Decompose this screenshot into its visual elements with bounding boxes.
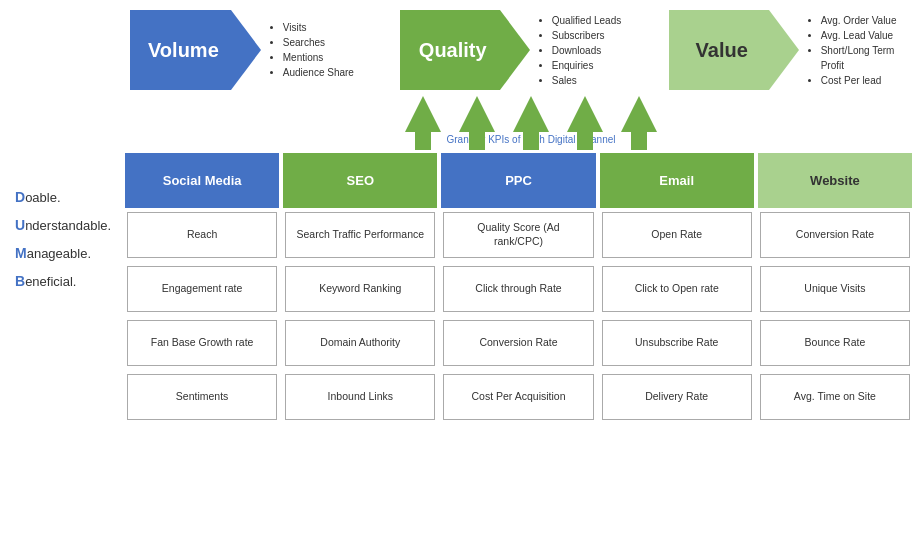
top-arrows-section: Volume Visits Searches Mentions Audience…	[10, 10, 912, 90]
website-kpi-3: Bounce Rate	[760, 320, 910, 366]
volume-bullet-4: Audience Share	[283, 65, 371, 80]
quality-bullet-1: Qualified Leads	[552, 13, 640, 28]
social-kpi-4: Sentiments	[127, 374, 277, 420]
up-arrow-1	[405, 96, 441, 132]
up-arrow-3	[513, 96, 549, 132]
main-container: Volume Visits Searches Mentions Audience…	[0, 0, 922, 541]
dumb-b-rest: eneficial.	[25, 274, 76, 289]
seo-header: SEO	[283, 153, 437, 208]
ppc-kpi-1: Quality Score (Ad rank/CPC)	[443, 212, 593, 258]
dumb-d-rest: oable.	[25, 190, 60, 205]
social-kpi-3: Fan Base Growth rate	[127, 320, 277, 366]
ppc-kpi-3: Conversion Rate	[443, 320, 593, 366]
email-kpi-1: Open Rate	[602, 212, 752, 258]
dumb-d: D	[15, 189, 25, 205]
website-kpi-1: Conversion Rate	[760, 212, 910, 258]
up-arrow-4	[567, 96, 603, 132]
up-arrows	[10, 96, 912, 132]
website-header: Website	[758, 153, 912, 208]
value-bullets: Avg. Order Value Avg. Lead Value Short/L…	[809, 13, 912, 88]
dumb-b-line: Beneficial.	[15, 267, 125, 295]
email-kpi-4: Delivery Rate	[602, 374, 752, 420]
quality-bullet-3: Downloads	[552, 43, 640, 58]
email-kpi-3: Unsubscribe Rate	[602, 320, 752, 366]
dumb-u-rest: nderstandable.	[25, 218, 111, 233]
value-bullet-4: Cost Per lead	[821, 73, 912, 88]
seo-kpi-3: Domain Authority	[285, 320, 435, 366]
email-kpi-2: Click to Open rate	[602, 266, 752, 312]
dumb-m-line: Manageable.	[15, 239, 125, 267]
dumb-panel: Doable. Understandable. Manageable. Bene…	[10, 153, 125, 424]
quality-bullets: Qualified Leads Subscribers Downloads En…	[540, 13, 640, 88]
value-bullet-3: Short/Long Term Profit	[821, 43, 912, 73]
dumb-text: Doable. Understandable. Manageable. Bene…	[15, 183, 125, 295]
volume-bullets: Visits Searches Mentions Audience Share	[271, 20, 371, 80]
dumb-m: M	[15, 245, 27, 261]
quality-bullet-5: Sales	[552, 73, 640, 88]
social-media-header: Social Media	[125, 153, 279, 208]
main-content: Doable. Understandable. Manageable. Bene…	[10, 153, 912, 424]
channel-email: Email Open Rate Click to Open rate Unsub…	[600, 153, 754, 424]
website-kpi-4: Avg. Time on Site	[760, 374, 910, 420]
volume-arrow: Volume Visits Searches Mentions Audience…	[130, 10, 371, 90]
quality-bullet-2: Subscribers	[552, 28, 640, 43]
social-kpi-1: Reach	[127, 212, 277, 258]
kpi-label: Granular KPIs of each Digital Channel	[10, 134, 912, 145]
volume-bullet-3: Mentions	[283, 50, 371, 65]
dumb-m-rest: anageable.	[27, 246, 91, 261]
dumb-u: U	[15, 217, 25, 233]
volume-label: Volume	[148, 39, 219, 62]
quality-arrow: Quality Qualified Leads Subscribers Down…	[400, 10, 640, 90]
ppc-header: PPC	[441, 153, 595, 208]
channel-ppc: PPC Quality Score (Ad rank/CPC) Click th…	[441, 153, 595, 424]
up-arrow-2	[459, 96, 495, 132]
channels-section: Social Media Reach Engagement rate Fan B…	[125, 153, 912, 424]
volume-bullet-1: Visits	[283, 20, 371, 35]
channel-website: Website Conversion Rate Unique Visits Bo…	[758, 153, 912, 424]
seo-kpi-4: Inbound Links	[285, 374, 435, 420]
volume-bullet-2: Searches	[283, 35, 371, 50]
value-bullet-2: Avg. Lead Value	[821, 28, 912, 43]
dumb-d-line: Doable.	[15, 183, 125, 211]
channel-social-media: Social Media Reach Engagement rate Fan B…	[125, 153, 279, 424]
up-arrow-5	[621, 96, 657, 132]
website-kpi-2: Unique Visits	[760, 266, 910, 312]
email-header: Email	[600, 153, 754, 208]
quality-bullet-4: Enquiries	[552, 58, 640, 73]
ppc-kpi-2: Click through Rate	[443, 266, 593, 312]
seo-kpi-2: Keyword Ranking	[285, 266, 435, 312]
value-label: Value	[687, 39, 757, 62]
seo-kpi-1: Search Traffic Performance	[285, 212, 435, 258]
social-kpi-2: Engagement rate	[127, 266, 277, 312]
dumb-u-line: Understandable.	[15, 211, 125, 239]
channel-seo: SEO Search Traffic Performance Keyword R…	[283, 153, 437, 424]
ppc-kpi-4: Cost Per Acquisition	[443, 374, 593, 420]
value-bullet-1: Avg. Order Value	[821, 13, 912, 28]
value-arrow: Value Avg. Order Value Avg. Lead Value S…	[669, 10, 912, 90]
dumb-b: B	[15, 273, 25, 289]
quality-label: Quality	[418, 39, 488, 62]
